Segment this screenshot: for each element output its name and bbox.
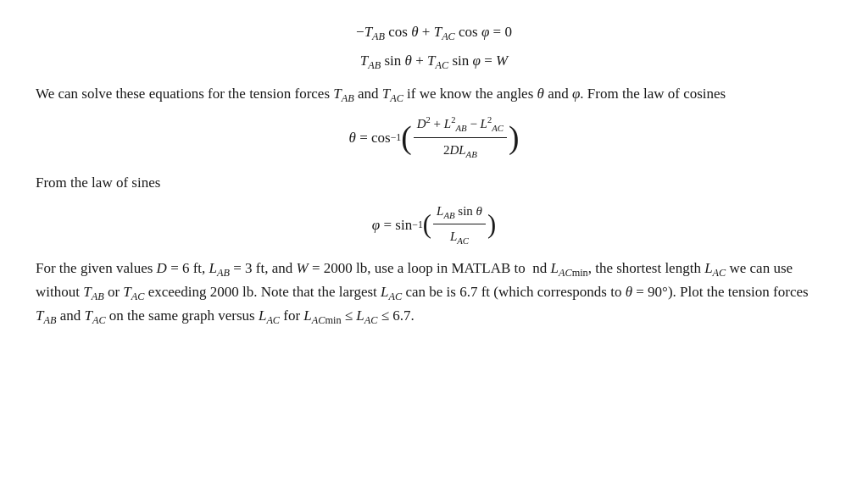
paragraph-3: For the given values D = 6 ft, LAB = 3 f… (36, 258, 832, 330)
phi-fraction: LAB sin θ LAC (433, 201, 486, 249)
theta-equation: θ = cos−1( D2 + L2AB − L2AC 2DLAB ) (36, 114, 832, 162)
theta-fraction: D2 + L2AB − L2AC 2DLAB (414, 114, 507, 162)
equation-1: −TAB cos θ + TAC cos φ = 0 (36, 20, 832, 46)
paragraph-1: We can solve these equations for the ten… (36, 83, 832, 107)
phi-equation: φ = sin−1( LAB sin θ LAC ) (36, 201, 832, 249)
equation-2: TAB sin θ + TAC sin φ = W (36, 49, 832, 75)
paragraph-2: From the law of sines (36, 172, 832, 194)
main-content: −TAB cos θ + TAC cos φ = 0 TAB sin θ + T… (36, 17, 832, 335)
